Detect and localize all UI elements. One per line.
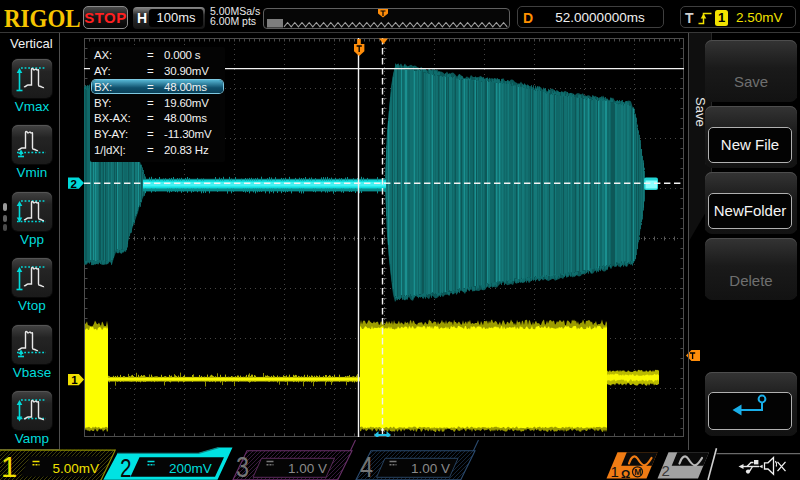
- svg-text:5.00mV: 5.00mV: [53, 461, 100, 476]
- svg-text:M: M: [634, 467, 641, 477]
- svg-text:2: 2: [71, 178, 77, 190]
- svg-text:1: 1: [611, 463, 619, 480]
- svg-text:1.00 V: 1.00 V: [288, 461, 327, 476]
- svg-text:1.00 V: 1.00 V: [411, 461, 450, 476]
- svg-text:2: 2: [662, 462, 670, 479]
- svg-text:1: 1: [1, 451, 17, 480]
- svg-text:3: 3: [236, 450, 249, 480]
- svg-text:200mV: 200mV: [169, 461, 212, 476]
- svg-text:1: 1: [71, 374, 78, 386]
- svg-text:4: 4: [360, 450, 373, 480]
- svg-text:Ω: Ω: [621, 468, 630, 480]
- svg-text:2: 2: [120, 454, 132, 480]
